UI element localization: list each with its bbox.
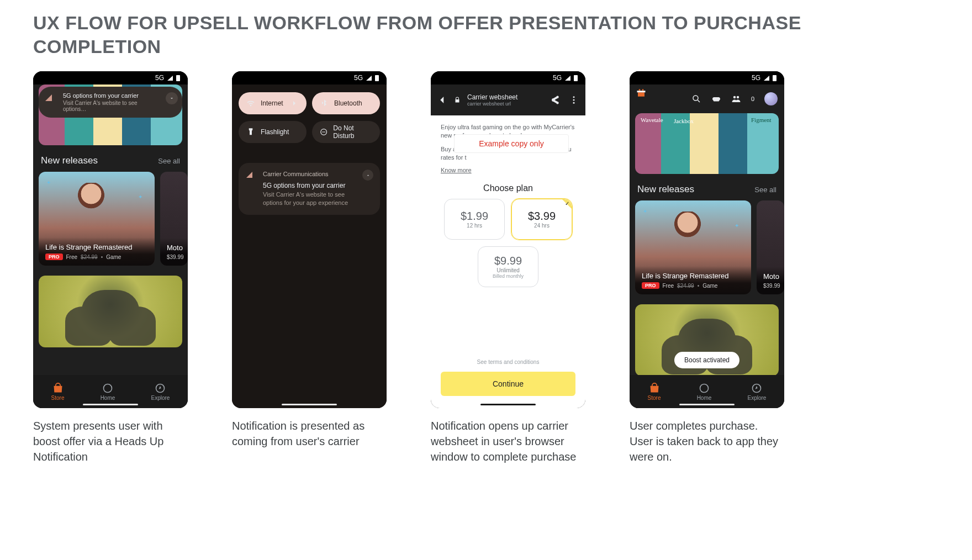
gift-icon[interactable]	[636, 88, 646, 98]
store-screen: Wavetale Jackbox Figment New releases Se…	[33, 84, 188, 408]
qs-bluetooth-label: Bluetooth	[334, 99, 362, 107]
nav-store[interactable]: Store	[648, 383, 661, 401]
game-card-1[interactable]: Life is Strange Remastered PRO Free $24.…	[635, 200, 751, 294]
status-bar: 5G	[630, 71, 784, 84]
svg-point-7	[642, 89, 644, 91]
websheet-body: Enjoy ultra fast gaming on the go with M…	[431, 115, 585, 173]
screen-4-col: 5G 0 Wavetale Jackbox Figment	[630, 71, 784, 464]
avatar[interactable]	[764, 92, 778, 105]
plan-duration: 12 hrs	[467, 223, 482, 229]
store-screen: 0 Wavetale Jackbox Figment New releases …	[630, 84, 784, 408]
signal-icon	[764, 76, 769, 81]
know-more-link[interactable]: Know more	[441, 167, 472, 173]
screen-1-caption: System presents user with boost offer vi…	[33, 418, 188, 464]
screen-2-col: 5G Internet Bluetooth	[232, 71, 387, 449]
plan-duration: 24 hrs	[534, 223, 550, 229]
plan-option-2-selected[interactable]: ✓ $3.99 24 hrs	[511, 199, 572, 240]
signal-icon	[565, 76, 570, 81]
nav-explore[interactable]: Explore	[151, 383, 170, 401]
hero-carousel[interactable]: Wavetale Jackbox Figment	[635, 113, 779, 174]
section-title: New releases	[41, 155, 98, 166]
pro-badge: PRO	[45, 253, 63, 260]
nav-store-label: Store	[648, 395, 661, 401]
game-card-1[interactable]: Life is Strange Remastered PRO Free $24.…	[39, 172, 155, 266]
websheet-screen: Carrier websheet carrier websheet url En…	[431, 84, 585, 408]
screen-2-caption: Notification is presented as coming from…	[232, 418, 387, 449]
see-all-link[interactable]: See all	[754, 186, 776, 194]
bottom-nav: Store Home Explore	[630, 375, 784, 408]
featured-card[interactable]: Boost activated	[635, 304, 779, 376]
dnd-icon	[320, 128, 327, 136]
gesture-bar	[480, 404, 536, 405]
lock-icon	[454, 97, 461, 103]
nav-explore[interactable]: Explore	[747, 383, 766, 401]
friends-icon[interactable]	[731, 94, 741, 104]
qs-dnd-label: Do Not Disturb	[333, 124, 372, 140]
carrier-triangle-icon	[45, 94, 52, 101]
card-row[interactable]: Life is Strange Remastered PRO Free $24.…	[630, 200, 784, 294]
price-free: Free	[66, 254, 78, 260]
see-all-link[interactable]: See all	[158, 157, 180, 165]
svg-point-3	[573, 96, 575, 98]
plan-grid: $1.99 12 hrs ✓ $3.99 24 hrs $9.99 Unlimi…	[431, 199, 585, 287]
card2-price: $39.99	[763, 283, 780, 289]
nav-home-label: Home	[697, 395, 712, 401]
card-category: Game	[106, 254, 121, 260]
share-icon[interactable]	[550, 95, 560, 105]
qs-bluetooth-tile[interactable]: Bluetooth	[312, 92, 380, 114]
battery-icon	[574, 75, 578, 81]
card-title: Life is Strange Remastered	[642, 272, 744, 280]
websheet-url: carrier websheet url	[467, 101, 543, 107]
status-bar: 5G	[431, 71, 585, 84]
card-category: Game	[702, 283, 717, 289]
plan-option-3[interactable]: $9.99 Unlimited Billed monthly	[478, 246, 538, 287]
screen-3-caption: Notification opens up carrier websheet i…	[431, 418, 585, 464]
hun-expand-button[interactable]	[166, 92, 178, 104]
plan-price: $9.99	[494, 255, 522, 267]
svg-point-9	[733, 96, 736, 99]
card2-price: $39.99	[167, 254, 184, 260]
continue-button[interactable]: Continue	[441, 372, 575, 396]
home-icon	[699, 383, 710, 394]
qs-flashlight-tile[interactable]: Flashlight	[239, 121, 307, 143]
card-title-2: Moto	[763, 272, 778, 281]
terms-link[interactable]: See terms and conditions	[431, 359, 585, 365]
carrier-notification[interactable]: Carrier Communications 5G options from y…	[239, 163, 380, 215]
game-card-2[interactable]: Moto $39.99	[757, 200, 784, 294]
section-title: New releases	[637, 184, 694, 195]
nav-store[interactable]: Store	[51, 383, 65, 401]
notification-title: 5G options from your carrier	[263, 182, 358, 189]
qs-internet-tile[interactable]: Internet	[239, 92, 307, 114]
bag-icon	[649, 383, 660, 394]
quick-settings-screen: Internet Bluetooth Flashlight	[232, 84, 387, 408]
game-card-2[interactable]: Moto $39.99	[160, 172, 188, 266]
hero-tile-1: Wavetale	[641, 117, 663, 123]
more-icon[interactable]	[569, 95, 579, 105]
card-row[interactable]: Life is Strange Remastered PRO Free $24.…	[33, 172, 188, 266]
notification-collapse-button[interactable]	[362, 170, 373, 181]
screen-4-device: 5G 0 Wavetale Jackbox Figment	[630, 71, 784, 408]
gesture-bar	[679, 404, 735, 405]
back-icon[interactable]	[437, 95, 447, 105]
qs-dnd-tile[interactable]: Do Not Disturb	[312, 121, 380, 143]
flow-row: 5G Wavetale Jackbox Figment New releases…	[33, 71, 939, 464]
battery-icon	[176, 75, 180, 81]
heads-up-notification[interactable]: 5G options from your carrier Visit Carri…	[39, 87, 182, 118]
nav-home[interactable]: Home	[697, 383, 712, 401]
store-topbar: 0	[630, 84, 784, 113]
notification-source: Carrier Communications	[263, 171, 358, 177]
status-bar: 5G	[33, 71, 188, 84]
status-network-label: 5G	[553, 74, 562, 82]
search-icon[interactable]	[691, 94, 701, 104]
screen-3-col: 5G Carrier websheet carrier websheet url	[431, 71, 585, 464]
hero-tile-2: Jackbox	[674, 118, 694, 124]
featured-card[interactable]	[39, 276, 182, 347]
plan-option-1[interactable]: $1.99 12 hrs	[444, 199, 505, 240]
controller-icon[interactable]	[711, 94, 721, 104]
page-title: UX FLOW FOR UPSELL WORKFLOW FROM OFFER P…	[33, 11, 917, 58]
nav-home[interactable]: Home	[101, 383, 115, 401]
flashlight-icon	[246, 128, 255, 136]
bag-icon	[52, 383, 64, 394]
nav-explore-label: Explore	[151, 395, 170, 401]
qs-flashlight-label: Flashlight	[261, 128, 289, 136]
